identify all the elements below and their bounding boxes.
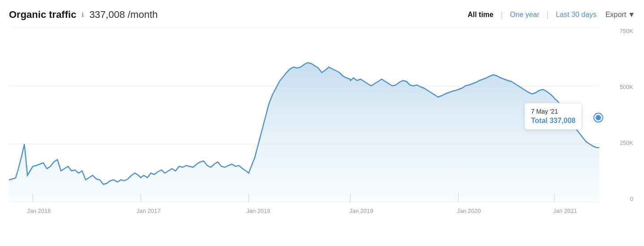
chart-title: Organic traffic	[9, 9, 76, 21]
chart-svg	[9, 28, 608, 202]
x-axis: Jan 2016 Jan 2017 Jan 2018 Jan 2019 Jan …	[9, 204, 608, 225]
y-label-500k: 500K	[620, 84, 633, 90]
x-label-2018: Jan 2018	[246, 208, 270, 214]
x-label-2019: Jan 2019	[349, 208, 374, 214]
metric-value: 337,008 /month	[89, 9, 158, 21]
export-button[interactable]: Export ▼	[605, 11, 635, 19]
one-year-button[interactable]: One year	[510, 9, 540, 21]
header-left: Organic traffic ℹ 337,008 /month	[9, 9, 158, 21]
y-label-0: 0	[630, 195, 633, 202]
y-axis: 750K 500K 250K 0	[609, 28, 635, 202]
tooltip-value: Total 337,008	[531, 117, 575, 125]
header-right: All time | One year | Last 30 days Expor…	[468, 9, 635, 21]
x-label-2020: Jan 2020	[457, 208, 481, 214]
x-label-2016: Jan 2016	[27, 208, 51, 214]
y-label-250k: 250K	[620, 140, 633, 146]
y-label-750k: 750K	[620, 28, 633, 34]
chart-tooltip: 7 May '21 Total 337,008	[524, 103, 582, 130]
time-filter: All time | One year | Last 30 days	[468, 9, 597, 21]
export-chevron-icon: ▼	[628, 11, 635, 19]
chart-area	[9, 28, 608, 202]
tooltip-dot	[594, 114, 602, 122]
divider-1: |	[501, 10, 503, 20]
chart-header: Organic traffic ℹ 337,008 /month All tim…	[9, 9, 635, 21]
all-time-button[interactable]: All time	[468, 9, 494, 21]
export-label: Export	[605, 11, 626, 19]
tooltip-date: 7 May '21	[531, 108, 575, 115]
last-30-button[interactable]: Last 30 days	[556, 9, 597, 21]
divider-2: |	[546, 10, 549, 20]
x-label-2021: Jan 2021	[553, 208, 577, 214]
chart-wrapper: 750K 500K 250K 0 Jan 2016 Jan 2017 Jan 2…	[9, 28, 635, 225]
info-icon[interactable]: ℹ	[82, 11, 84, 18]
x-label-2017: Jan 2017	[137, 208, 161, 214]
